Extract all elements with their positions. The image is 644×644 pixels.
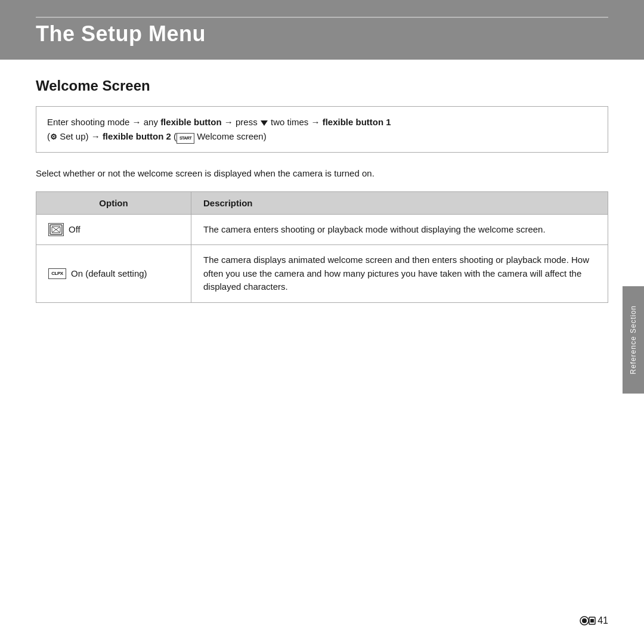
svg-point-5 bbox=[582, 618, 587, 623]
option-label-off: Off bbox=[69, 223, 80, 237]
instruction-box: Enter shooting mode → any flexible butto… bbox=[36, 106, 608, 153]
col-header-option: Option bbox=[36, 191, 191, 214]
page-number: 41 bbox=[597, 615, 608, 626]
col-header-description: Description bbox=[191, 191, 608, 214]
page-number-icon bbox=[578, 615, 596, 626]
header-bar: The Setup Menu bbox=[0, 0, 644, 60]
instruction-line-1: Enter shooting mode → any flexible butto… bbox=[47, 115, 597, 129]
table-row: Off The camera enters shooting or playba… bbox=[36, 214, 608, 245]
description-cell-on: The camera displays animated welcome scr… bbox=[191, 245, 608, 303]
options-table: Option Description bbox=[36, 191, 608, 303]
option-label-on: On (default setting) bbox=[71, 267, 147, 281]
off-icon bbox=[48, 223, 64, 236]
description-text: Select whether or not the welcome screen… bbox=[36, 167, 608, 181]
instruction-line-2: (⚙ Set up) → flexible button 2 (START We… bbox=[47, 129, 597, 144]
description-cell-off: The camera enters shooting or playback m… bbox=[191, 214, 608, 245]
section-heading: Welcome Screen bbox=[36, 78, 608, 94]
table-row: CLPX On (default setting) The camera dis… bbox=[36, 245, 608, 303]
reference-tab-label: Reference Section bbox=[629, 305, 637, 374]
reference-section-tab: Reference Section bbox=[623, 286, 644, 394]
table-header-row: Option Description bbox=[36, 191, 608, 214]
content-area: Welcome Screen Enter shooting mode → any… bbox=[0, 60, 644, 321]
on-icon: CLPX bbox=[48, 268, 66, 279]
page-title: The Setup Menu bbox=[36, 21, 608, 47]
page-number-area: 41 bbox=[578, 615, 608, 626]
svg-rect-7 bbox=[590, 619, 594, 623]
option-cell-off: Off bbox=[36, 214, 191, 245]
option-cell-on: CLPX On (default setting) bbox=[36, 245, 191, 303]
